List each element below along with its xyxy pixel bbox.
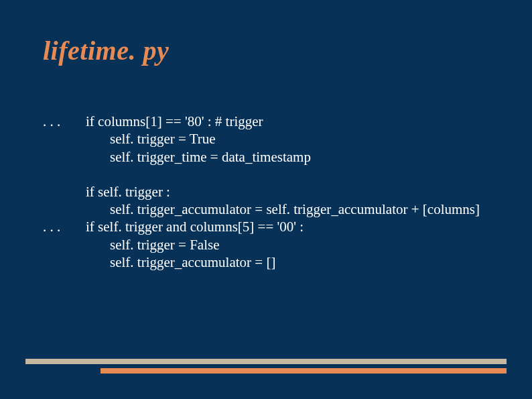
slide-title: lifetime. py — [43, 35, 169, 66]
code-block: . . . if columns[1] == '80' : # trigger … — [43, 113, 498, 271]
slide: lifetime. py . . . if columns[1] == '80'… — [0, 0, 532, 399]
footer-bar-orange — [101, 368, 507, 374]
code-line: if self. trigger : — [86, 183, 498, 201]
code-line: self. trigger = False — [86, 236, 498, 253]
code-line: self. trigger_time = data_timestamp — [86, 148, 498, 166]
ellipsis-top: . . . — [43, 113, 86, 130]
code-line: self. trigger_accumulator = [] — [86, 253, 498, 271]
code-row: . . . if self. trigger and columns[5] ==… — [43, 218, 498, 271]
code-line: self. trigger_accumulator = self. trigge… — [86, 201, 498, 218]
code-lines-2: if self. trigger and columns[5] == '00' … — [86, 218, 498, 271]
code-line: if columns[1] == '80' : # trigger — [86, 113, 498, 130]
footer-bar-light — [25, 359, 507, 364]
code-line: self. trigger = True — [86, 130, 498, 148]
blank-line — [86, 166, 498, 183]
code-line: if self. trigger and columns[5] == '00' … — [86, 218, 498, 235]
code-lines-1: if columns[1] == '80' : # trigger self. … — [86, 113, 498, 218]
ellipsis-mid: . . . — [43, 218, 86, 235]
code-row: . . . if columns[1] == '80' : # trigger … — [43, 113, 498, 218]
